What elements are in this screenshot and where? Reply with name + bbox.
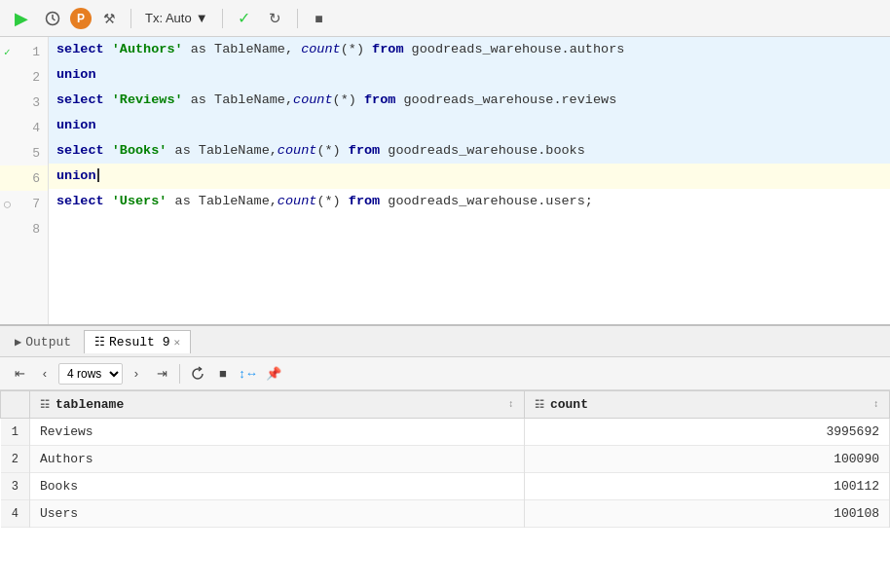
line-num-3: 3 (0, 90, 48, 115)
tablename-cell: Authors (30, 446, 525, 473)
user-p-button[interactable]: P (70, 8, 92, 29)
line-number: 5 (32, 146, 40, 161)
code-line-1: select 'Authors' as TableName, count(*) … (49, 37, 890, 62)
line-num-8: 8 (0, 216, 48, 241)
prev-page-button[interactable]: ‹ (33, 362, 56, 386)
close-result9-button[interactable]: ✕ (173, 336, 180, 349)
first-page-button[interactable]: ⇤ (8, 362, 31, 386)
main-toolbar: ▶ P ⚒ Tx: Auto ▼ ✓ ↻ ■ (0, 0, 890, 37)
result-sep-1 (179, 364, 180, 384)
sort-count-icon[interactable]: ↕ (873, 399, 879, 410)
line-num-4: 4 (0, 115, 48, 140)
table-row: 4 Users 100108 (1, 500, 890, 528)
rows-select[interactable]: 4 rows (58, 363, 123, 385)
code-line-2: union (49, 62, 890, 88)
filter-button[interactable]: ↕↔ (237, 362, 260, 386)
code-line-3: select 'Reviews' as TableName,count(*) f… (49, 88, 890, 113)
line-number: 6 (32, 171, 40, 186)
row-num-cell: 2 (1, 446, 30, 473)
separator-3 (297, 9, 298, 28)
sort-tablename-icon[interactable]: ↕ (508, 399, 514, 410)
bottom-panel: ▶ Output ☷ Result 9 ✕ ⇤ ‹ 4 rows › ⇥ ■ ↕… (0, 324, 890, 588)
line-number: 2 (32, 70, 40, 85)
code-line-6: union (49, 164, 890, 189)
table-row: 1 Reviews 3995692 (1, 419, 890, 446)
table-row: 3 Books 100112 (1, 473, 890, 500)
line-number: 3 (32, 95, 40, 110)
separator-2 (222, 9, 223, 28)
line-number: 7 (32, 197, 40, 211)
line-num-2: 2 (0, 64, 48, 90)
col-header-count[interactable]: ☷ count ↕ (524, 391, 889, 419)
line-number: 8 (32, 222, 40, 237)
wrench-button[interactable]: ⚒ (95, 5, 123, 32)
panel-tabs: ▶ Output ☷ Result 9 ✕ (0, 326, 890, 357)
check-icon: ✓ (4, 46, 11, 58)
row-num-cell: 1 (1, 419, 30, 446)
col-tablename-label: tablename (56, 397, 124, 412)
pin-button[interactable]: 📌 (262, 362, 285, 386)
warn-icon: ◯ (4, 198, 11, 210)
sql-editor[interactable]: ✓ 1 2 3 4 5 6 ◯ 7 8 select 'Authors' as … (0, 37, 890, 324)
table-row: 2 Authors 100090 (1, 446, 890, 473)
line-number: 4 (32, 121, 40, 135)
stop-result-button[interactable]: ■ (211, 362, 235, 386)
count-cell: 3995692 (524, 419, 889, 446)
check-button[interactable]: ✓ (231, 5, 258, 32)
tablename-cell: Books (30, 473, 525, 500)
tablename-cell: Users (30, 500, 525, 528)
tab-output[interactable]: ▶ Output (4, 330, 82, 353)
tab-output-label: Output (25, 335, 71, 349)
count-cell: 100108 (524, 500, 889, 528)
line-num-5: 5 (0, 140, 48, 165)
undo-button[interactable]: ↻ (262, 5, 289, 32)
code-line-8 (49, 214, 890, 239)
separator-1 (130, 9, 131, 28)
stop-button[interactable]: ■ (306, 5, 333, 32)
next-page-button[interactable]: › (125, 362, 148, 386)
count-cell: 100112 (524, 473, 889, 500)
code-area[interactable]: select 'Authors' as TableName, count(*) … (49, 37, 890, 324)
result-toolbar: ⇤ ‹ 4 rows › ⇥ ■ ↕↔ 📌 (0, 357, 890, 390)
tablename-col-icon: ☷ (40, 398, 50, 411)
col-count-label: count (550, 397, 588, 412)
output-icon: ▶ (15, 335, 21, 349)
tab-result9-label: Result 9 (109, 335, 169, 349)
tx-auto-label: Tx: Auto (145, 11, 192, 25)
row-num-header (1, 391, 30, 419)
run-button[interactable]: ▶ (8, 5, 35, 32)
col-header-tablename[interactable]: ☷ tablename ↕ (30, 391, 525, 419)
line-num-1: ✓ 1 (0, 39, 48, 64)
tab-result9[interactable]: ☷ Result 9 ✕ (84, 330, 191, 353)
line-num-6: 6 (0, 165, 48, 191)
chevron-down-icon: ▼ (196, 11, 208, 25)
row-num-cell: 3 (1, 473, 30, 500)
table-header-row: ☷ tablename ↕ ☷ count ↕ (1, 391, 890, 419)
count-cell: 100090 (524, 446, 889, 473)
tx-auto-button[interactable]: Tx: Auto ▼ (139, 11, 214, 25)
result-table: ☷ tablename ↕ ☷ count ↕ (0, 390, 890, 528)
row-num-cell: 4 (1, 500, 30, 528)
last-page-button[interactable]: ⇥ (150, 362, 173, 386)
code-line-7: select 'Users' as TableName,count(*) fro… (49, 189, 890, 214)
line-numbers: ✓ 1 2 3 4 5 6 ◯ 7 8 (0, 37, 49, 324)
count-col-icon: ☷ (535, 398, 544, 411)
table-icon: ☷ (94, 335, 105, 349)
result-table-wrapper[interactable]: ☷ tablename ↕ ☷ count ↕ (0, 390, 890, 588)
line-num-7: ◯ 7 (0, 191, 48, 216)
result-tbody: 1 Reviews 3995692 2 Authors 100090 3 Boo… (1, 419, 890, 528)
tablename-cell: Reviews (30, 419, 525, 446)
code-line-5: select 'Books' as TableName,count(*) fro… (49, 138, 890, 164)
code-line-4: union (49, 113, 890, 138)
refresh-button[interactable] (186, 362, 209, 386)
clock-button[interactable] (39, 5, 66, 32)
line-number: 1 (32, 45, 40, 59)
